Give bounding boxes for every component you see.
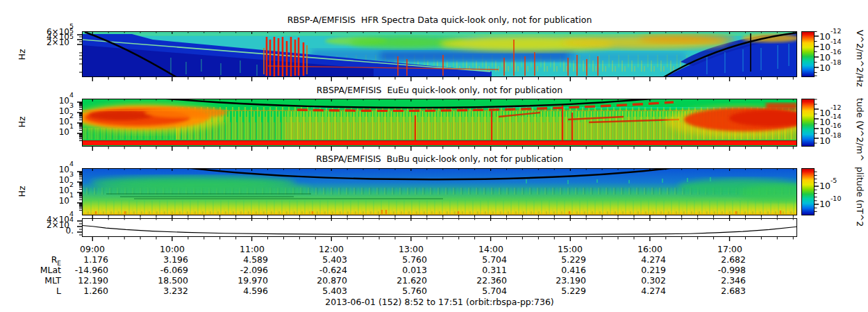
- bubu-spectrogram: [75, 168, 797, 220]
- ephemeris-value: 2.346: [690, 275, 746, 286]
- hfr-spectrogram: [75, 31, 797, 82]
- ephemeris-value: 0.416: [531, 265, 586, 275]
- ephemeris-value: 12.190: [53, 275, 108, 286]
- plot-footer: 2013-06-01 (152) 8:52 to 17:51 (orbit:rb…: [82, 297, 797, 307]
- ytick-label: 102: [28, 118, 74, 126]
- colorbar-unit-label: plitude (nT^2: [855, 167, 865, 227]
- ephemeris-value: -0.998: [690, 265, 746, 275]
- ephemeris-value: 0.219: [610, 265, 666, 275]
- ephemeris-value: 4.589: [212, 254, 268, 265]
- time-label: 10:00: [144, 244, 200, 254]
- ephemeris-value: 5.760: [372, 286, 427, 296]
- panel1-ylabel: Hz: [17, 49, 27, 60]
- ytick-label: 103: [28, 176, 74, 184]
- ephemeris-value: 18.500: [133, 275, 188, 286]
- colorbar-eueu: [801, 99, 819, 147]
- ephemeris-value: 5.760: [372, 254, 427, 265]
- ephemeris-value: 3.196: [133, 254, 188, 265]
- ephemeris-value: 3.232: [133, 286, 188, 296]
- ephemeris-value: 5.403: [292, 286, 347, 296]
- ephemeris-value: 5.403: [292, 254, 347, 265]
- ephemeris-value: 5.229: [531, 254, 586, 265]
- time-label: 09:00: [65, 244, 120, 254]
- ephemeris-value: 20.870: [292, 275, 347, 286]
- ephemeris-value: 4.274: [610, 254, 666, 265]
- time-label: 14:00: [463, 244, 519, 254]
- ytick-label: 104: [28, 166, 74, 174]
- colorbar-hfr: [801, 31, 819, 77]
- ytick-label: 102: [28, 187, 74, 195]
- colorbar-tick-label: 10-10: [819, 199, 841, 209]
- ephemeris-value: 22.360: [451, 275, 507, 286]
- emfisis-quicklook-figure: RBSP-A/EMFISIS HFR Spectra Data quick-lo…: [0, 0, 868, 312]
- colorbar-bubu: [801, 168, 819, 215]
- panel2-title: RBSPA/EMFISIS EuEu quick-look only, not …: [82, 85, 797, 95]
- eueu-spectrogram: [75, 99, 797, 151]
- time-label: 17:00: [702, 244, 758, 254]
- ephemeris-value: 5.704: [451, 254, 507, 265]
- panel2-ylabel: Hz: [17, 117, 27, 128]
- colorbar-tick-label: 10-18: [819, 63, 841, 73]
- ephemeris-value: -14.960: [53, 265, 108, 275]
- ytick-label: 2×105: [28, 39, 74, 47]
- ephemeris-value: 0.013: [372, 265, 427, 275]
- colorbar-tick-label: 10-18: [819, 136, 841, 146]
- ephemeris-value: 2.682: [690, 254, 746, 265]
- time-label: 15:00: [542, 244, 598, 254]
- time-label: 16:00: [622, 244, 678, 254]
- time-label: 12:00: [303, 244, 359, 254]
- ephemeris-value: 0.302: [610, 275, 666, 286]
- time-label: 11:00: [224, 244, 280, 254]
- ephemeris-value: -2.096: [212, 265, 268, 275]
- panel3-ylabel: Hz: [17, 186, 27, 197]
- ephemeris-value: 2.683: [690, 286, 746, 296]
- ephemeris-value: 1.260: [53, 286, 108, 296]
- ytick-label: 0.: [28, 227, 74, 235]
- ephemeris-value: 4.596: [212, 286, 268, 296]
- colorbar-unit-label: tude (V^2/m^: [855, 98, 865, 161]
- panel1-title: RBSP-A/EMFISIS HFR Spectra Data quick-lo…: [82, 15, 797, 25]
- ytick-label: 103: [28, 108, 74, 115]
- ephemeris-value: 4.274: [610, 286, 666, 296]
- ytick-label: 101: [28, 129, 74, 136]
- ephemeris-value: 19.970: [212, 275, 268, 286]
- ephemeris-value: -6.069: [133, 265, 188, 275]
- panel3-title: RBSPA/EMFISIS BuBu quick-look only, not …: [82, 154, 797, 164]
- colorbar-tick-label: 10-5: [819, 181, 837, 191]
- ytick-label: 104: [28, 97, 74, 105]
- time-label: 13:00: [383, 244, 439, 254]
- ephemeris-value: 1.176: [53, 254, 108, 265]
- orbit-line-panel: [75, 218, 797, 242]
- ephemeris-value: 5.704: [451, 286, 507, 296]
- ytick-label: 101: [28, 197, 74, 205]
- ephemeris-value: 21.620: [372, 275, 427, 286]
- ephemeris-value: 0.311: [451, 265, 507, 275]
- colorbar-unit-label: V^2/m^2/Hz: [855, 30, 865, 87]
- ephemeris-value: 23.190: [531, 275, 586, 286]
- ephemeris-value: -0.624: [292, 265, 347, 275]
- ephemeris-value: 5.229: [531, 286, 586, 296]
